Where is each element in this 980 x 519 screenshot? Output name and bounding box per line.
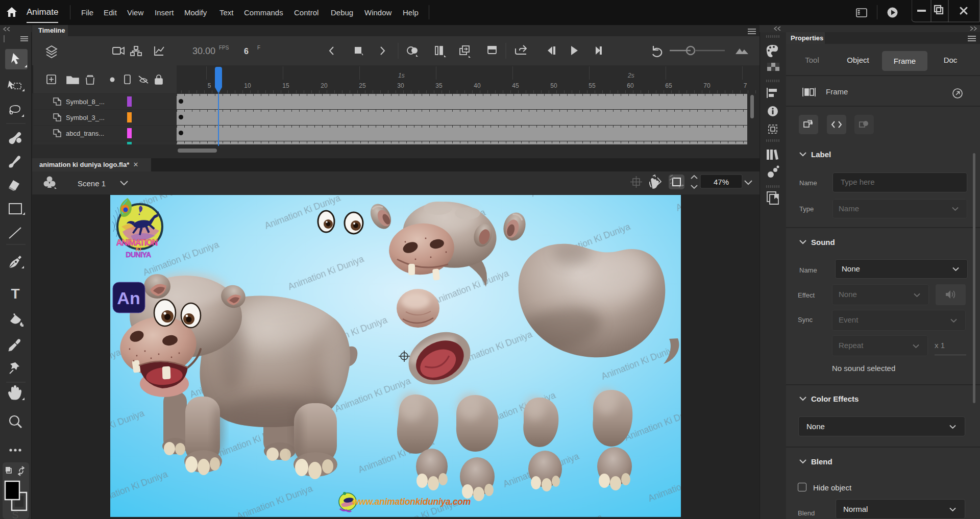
svg-text:www.animationkiduniya.com: www.animationkiduniya.com bbox=[352, 497, 471, 507]
svg-text:20: 20 bbox=[321, 82, 328, 89]
svg-text:65: 65 bbox=[665, 82, 672, 89]
svg-text:40: 40 bbox=[474, 82, 481, 89]
svg-text:35: 35 bbox=[435, 82, 443, 89]
svg-text:60: 60 bbox=[627, 82, 634, 89]
svg-text:2s: 2s bbox=[627, 72, 634, 79]
svg-text:50: 50 bbox=[550, 82, 557, 89]
svg-text:T: T bbox=[11, 286, 19, 302]
svg-text:An: An bbox=[117, 288, 140, 308]
svg-text:7: 7 bbox=[744, 82, 747, 89]
svg-text:25: 25 bbox=[359, 82, 366, 89]
svg-text:DUNIYA: DUNIYA bbox=[126, 251, 151, 259]
svg-text:30.00: 30.00 bbox=[192, 46, 215, 56]
svg-text:5: 5 bbox=[208, 82, 211, 89]
svg-text:70: 70 bbox=[703, 82, 710, 89]
svg-text:1s: 1s bbox=[398, 72, 405, 79]
svg-text:6: 6 bbox=[244, 47, 249, 56]
svg-text:F: F bbox=[257, 45, 260, 51]
svg-text:S: S bbox=[12, 509, 18, 519]
svg-text:15: 15 bbox=[282, 82, 289, 89]
svg-text:Scene 1: Scene 1 bbox=[78, 179, 106, 188]
svg-text:55: 55 bbox=[589, 82, 596, 89]
svg-text:FPS: FPS bbox=[219, 45, 229, 51]
svg-text:30: 30 bbox=[397, 82, 404, 89]
svg-text:47%: 47% bbox=[714, 178, 729, 186]
svg-text:45: 45 bbox=[512, 82, 519, 89]
svg-text:10: 10 bbox=[244, 82, 251, 89]
